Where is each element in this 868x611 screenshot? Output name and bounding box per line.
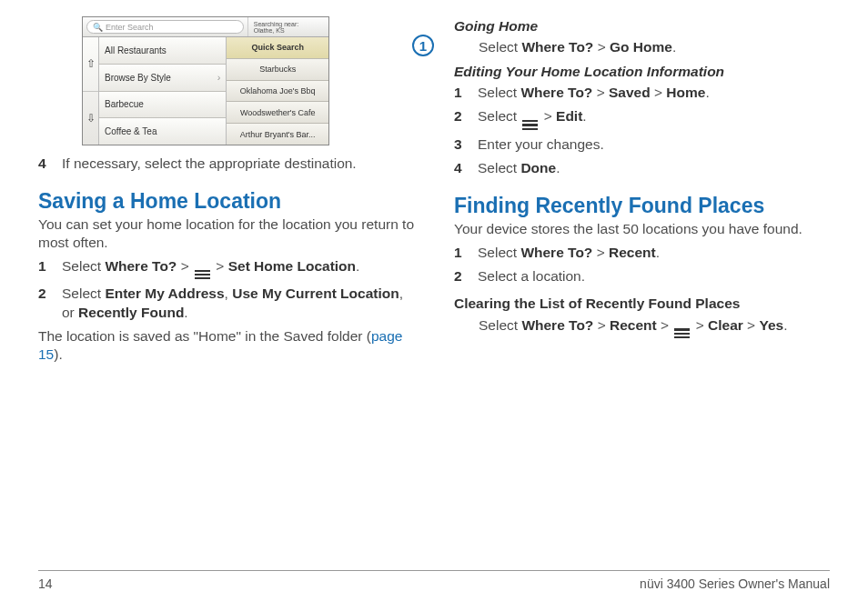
list-item: Oklahoma Joe's Bbq (227, 81, 328, 103)
list-item: Coffee & Tea (99, 118, 226, 145)
step-number: 4 (454, 159, 469, 177)
section-heading: Saving a Home Location (38, 189, 414, 214)
step-text: Select Where To? > Recent > > Clear > Ye… (454, 316, 830, 339)
list-item: Quick Search (227, 37, 328, 59)
list-item: Arthur Bryant's Bar... (227, 124, 328, 145)
step-text: Select Enter My Address, Use My Current … (62, 285, 414, 321)
step-number: 2 (454, 107, 469, 130)
subsection-heading: Going Home (454, 18, 830, 35)
menu-icon (195, 270, 210, 280)
step-text: Select Where To? > > Set Home Location. (62, 257, 414, 280)
step-number: 2 (454, 267, 469, 285)
note-text: The location is saved as "Home" in the S… (38, 327, 414, 364)
page-footer: 14 nüvi 3400 Series Owner's Manual (38, 570, 830, 591)
menu-icon (674, 328, 690, 338)
chevron-right-icon: › (217, 72, 221, 83)
step-text: Select Done. (478, 159, 830, 177)
list-item: Woodswether's Cafe (227, 102, 328, 124)
step-text: Select > Edit. (478, 107, 830, 130)
searching-near: Searching near: Olathe, KS (247, 17, 328, 36)
list-item: All Restaurants (99, 37, 226, 65)
subsection-heading: Editing Your Home Location Information (454, 64, 830, 80)
callout-badge: 1 (412, 35, 434, 56)
step-number: 3 (454, 135, 469, 154)
step-number: 1 (38, 257, 53, 280)
search-placeholder: Enter Search (106, 23, 154, 32)
step-number: 1 (454, 84, 469, 102)
step-number: 1 (454, 244, 469, 262)
step-number: 2 (38, 285, 53, 321)
step-text: If necessary, select the appropriate des… (62, 155, 414, 173)
search-icon: 🔍 (93, 23, 103, 32)
list-item: Starbucks (227, 59, 328, 81)
menu-icon (522, 120, 538, 130)
screenshot-search-bar: 🔍 Enter Search (83, 17, 247, 36)
up-arrow-icon: ⇧ (83, 37, 98, 92)
step-text: Select Where To? > Go Home. (454, 38, 830, 56)
down-arrow-icon: ⇩ (83, 92, 98, 145)
list-item: Browse By Style› (99, 65, 226, 92)
intro-text: Your device stores the last 50 locations… (454, 220, 830, 238)
step-number: 4 (38, 155, 53, 173)
subsection-heading: Clearing the List of Recently Found Plac… (454, 295, 830, 312)
section-heading: Finding Recently Found Places (454, 194, 830, 218)
step-text: Select Where To? > Recent. (478, 244, 830, 262)
list-item: Barbecue (99, 92, 226, 119)
step-text: Enter your changes. (478, 135, 830, 154)
step-text: Select Where To? > Saved > Home. (478, 84, 830, 102)
search-screenshot: 🔍 Enter Search Searching near: Olathe, K… (82, 16, 414, 145)
manual-title: nüvi 3400 Series Owner's Manual (640, 576, 830, 591)
intro-text: You can set your home location for the l… (38, 215, 414, 252)
page-number: 14 (38, 576, 53, 591)
step-text: Select a location. (478, 267, 830, 285)
